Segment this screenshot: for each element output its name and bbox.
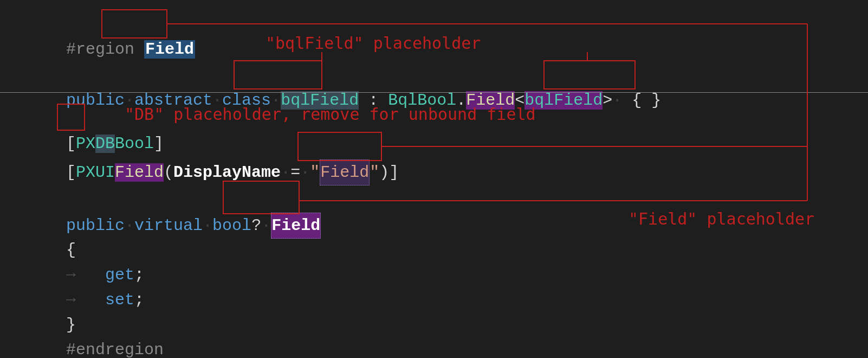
code-line: public·virtual·bool?·Field (27, 188, 321, 213)
property-field-placeholder[interactable]: Field (271, 213, 321, 239)
endregion-directive: #endregion (66, 341, 164, 358)
keyword-set: set (105, 291, 134, 309)
generic-bqlfield-placeholder[interactable]: bqlField (524, 91, 603, 110)
code-line: [PXUIField(DisplayName·=·"Field")] (27, 135, 399, 159)
code-line: public·abstract·class·bqlField : BqlBool… (27, 63, 661, 88)
code-line: } (27, 287, 76, 312)
code-line: { (27, 213, 76, 238)
region-name-placeholder[interactable]: Field (144, 40, 195, 59)
code-line: → get; (27, 238, 144, 263)
divider-line (0, 92, 868, 93)
keyword-virtual: virtual (134, 216, 203, 235)
attr-field: Field (115, 163, 164, 182)
region-directive: #region (66, 40, 134, 59)
code-line: → set; (27, 263, 144, 287)
annotation-bqlfield: "bqlField" placeholder (265, 34, 481, 53)
code-line: #region Field (27, 12, 195, 37)
displayname-field-placeholder[interactable]: Field (320, 159, 370, 186)
annotation-db: "DB" placeholder, remove for unbound fie… (125, 105, 536, 124)
annotation-field: "Field" placeholder (629, 209, 814, 228)
code-line: #endregion (27, 312, 164, 337)
param-displayname: DisplayName (173, 163, 281, 182)
code-editor[interactable]: #region Field public·abstract·class·bqlF… (0, 0, 868, 358)
keyword-bool: bool (212, 216, 251, 235)
attr-pxui: PXUI (76, 163, 115, 182)
